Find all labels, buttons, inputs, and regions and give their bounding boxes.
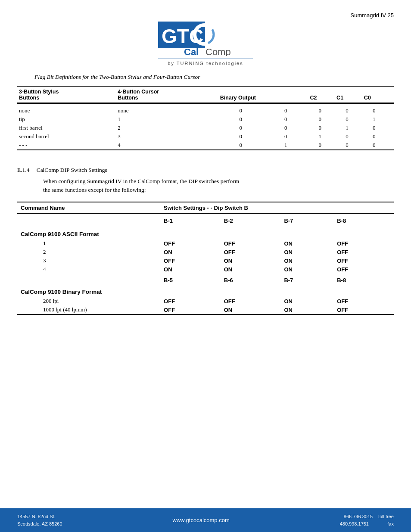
table-row: tip 1 0 0 0 0 1 bbox=[17, 115, 394, 124]
table-row: 2 ON OFF ON OFF bbox=[17, 248, 394, 256]
cell-stylus: first barrel bbox=[17, 124, 116, 132]
cell-b6: ON bbox=[221, 305, 281, 314]
cell-b5: OFF bbox=[160, 305, 221, 314]
table-row: 3 OFF ON ON OFF bbox=[17, 256, 394, 265]
table-row: 1 OFF OFF ON OFF bbox=[17, 239, 394, 248]
cell-b1: OFF bbox=[160, 239, 221, 248]
cell-b1: ON bbox=[160, 248, 221, 256]
cell-b2: ON bbox=[221, 256, 281, 265]
cell-cursor: 2 bbox=[116, 124, 218, 132]
logo-area: GTC Cal Comp by TURNING technologies bbox=[0, 0, 411, 69]
row-name: 3 bbox=[17, 256, 160, 265]
col-binary-output: Binary Output bbox=[218, 86, 308, 103]
switch-col-b5: B-5 bbox=[160, 274, 221, 285]
cell-b7: ON bbox=[280, 256, 333, 265]
cell-b8: OFF bbox=[333, 239, 394, 248]
cell-b8: OFF bbox=[333, 305, 394, 314]
cell-b7: ON bbox=[280, 265, 333, 274]
cell-cursor: 3 bbox=[116, 132, 218, 141]
footer-website: www.gtcocalcomp.com bbox=[173, 517, 230, 523]
cell-c2: 0 bbox=[308, 124, 332, 132]
cell-c4: 0 bbox=[218, 141, 263, 150]
cell-c0: 0 bbox=[362, 124, 386, 132]
section-body: When configuring Summagrid IV in the Cal… bbox=[43, 177, 394, 195]
switch-col-b6: B-6 bbox=[221, 274, 281, 285]
cell-b8: OFF bbox=[333, 265, 394, 274]
table-row: 1000 lpi (40 lpmm) OFF ON ON OFF bbox=[17, 305, 394, 314]
cell-b7: ON bbox=[280, 248, 333, 256]
switch-col-headers-row: B-1 B-2 B-7 B-8 bbox=[17, 216, 394, 226]
switch-settings-table: Command Name Switch Settings - - Dip Swi… bbox=[17, 202, 394, 319]
sub-header-row-2: B-5 B-6 B-7 B-8 bbox=[17, 274, 394, 285]
row-name: 4 bbox=[17, 265, 160, 274]
row-name: 1000 lpi (40 lpmm) bbox=[17, 305, 160, 314]
logo-box: GTC Cal Comp bbox=[158, 22, 253, 56]
table-row: 4 ON ON ON OFF bbox=[17, 265, 394, 274]
col-c2: C2 bbox=[308, 86, 332, 103]
cell-c4: 0 bbox=[218, 132, 263, 141]
footer-phone: 866.746.3015 toll free bbox=[340, 513, 394, 520]
table-row: first barrel 2 0 0 0 1 0 bbox=[17, 124, 394, 132]
cell-b1: OFF bbox=[160, 256, 221, 265]
cell-stylus: tip bbox=[17, 115, 116, 124]
switch-col-b8: B-8 bbox=[333, 216, 394, 226]
svg-text:Comp: Comp bbox=[206, 47, 231, 56]
address-line2: Scottsdale, AZ 85260 bbox=[17, 520, 62, 528]
cell-b2: ON bbox=[221, 265, 281, 274]
switch-col-b7b: B-7 bbox=[280, 274, 333, 285]
address-line1: 14557 N. 82nd St. bbox=[17, 513, 62, 520]
footer-fax: 480.998.1751 fax bbox=[340, 520, 394, 528]
switch-col-b1: B-1 bbox=[160, 216, 221, 226]
footer-address: 14557 N. 82nd St. Scottsdale, AZ 85260 bbox=[17, 513, 62, 527]
group2-label-row: CalComp 9100 Binary Format bbox=[17, 285, 394, 297]
cell-b1: ON bbox=[160, 265, 221, 274]
cell-c2: 0 bbox=[308, 141, 332, 150]
cell-b8: OFF bbox=[333, 297, 394, 305]
cell-c2: 0 bbox=[308, 104, 332, 115]
cell-b8: OFF bbox=[333, 256, 394, 265]
cell-b2: OFF bbox=[221, 248, 281, 256]
cell-c3: 0 bbox=[263, 132, 308, 141]
switch-col-settings: Switch Settings - - Dip Switch B bbox=[160, 202, 394, 214]
cell-b2: OFF bbox=[221, 239, 281, 248]
cell-c4: 0 bbox=[218, 115, 263, 124]
cell-c1: 0 bbox=[332, 141, 362, 150]
cell-b7: ON bbox=[280, 305, 333, 314]
col-cursor-buttons: 4-Button CursorButtons bbox=[116, 86, 218, 103]
switch-col-b7: B-7 bbox=[280, 216, 333, 226]
cell-stylus: second barrel bbox=[17, 132, 116, 141]
cell-cursor: 1 bbox=[116, 115, 218, 124]
cell-c0: 0 bbox=[362, 104, 386, 115]
by-turning-text: by TURNING technologies bbox=[158, 59, 253, 66]
cell-c0: 0 bbox=[362, 141, 386, 150]
cell-c4: 0 bbox=[218, 124, 263, 132]
row-name: 2 bbox=[17, 248, 160, 256]
group1-label-row: CalComp 9100 ASCII Format bbox=[17, 226, 394, 239]
table-row: - - - 4 0 1 0 0 0 bbox=[17, 141, 394, 150]
cell-b7: ON bbox=[280, 297, 333, 305]
cell-c2: 0 bbox=[308, 115, 332, 124]
cell-c3: 0 bbox=[263, 104, 308, 115]
switch-table-header-row: Command Name Switch Settings - - Dip Swi… bbox=[17, 202, 394, 214]
cell-cursor: none bbox=[116, 104, 218, 115]
cell-c4: 0 bbox=[218, 104, 263, 115]
row-name: 1 bbox=[17, 239, 160, 248]
col-empty bbox=[386, 86, 394, 103]
group1-label: CalComp 9100 ASCII Format bbox=[17, 226, 394, 239]
svg-text:Cal: Cal bbox=[184, 47, 199, 56]
flag-bit-table: 3-Button StylusButtons 4-Button CursorBu… bbox=[17, 86, 394, 153]
group2-label: CalComp 9100 Binary Format bbox=[17, 285, 394, 297]
cell-stylus: - - - bbox=[17, 141, 116, 150]
col-c0: C0 bbox=[362, 86, 386, 103]
cell-c1: 0 bbox=[332, 115, 362, 124]
switch-col-b2: B-2 bbox=[221, 216, 281, 226]
cell-c1: 0 bbox=[332, 104, 362, 115]
flag-table-header-row: 3-Button StylusButtons 4-Button CursorBu… bbox=[17, 86, 394, 103]
cell-c0: 0 bbox=[362, 132, 386, 141]
page-number: Summagrid IV 25 bbox=[351, 12, 394, 19]
cell-c3: 0 bbox=[263, 115, 308, 124]
section-heading: E.1.4 CalComp DIP Switch Settings bbox=[17, 167, 110, 173]
page-footer: 14557 N. 82nd St. Scottsdale, AZ 85260 w… bbox=[0, 508, 411, 532]
table-row: 200 lpi OFF OFF ON OFF bbox=[17, 297, 394, 305]
cell-b8: OFF bbox=[333, 248, 394, 256]
